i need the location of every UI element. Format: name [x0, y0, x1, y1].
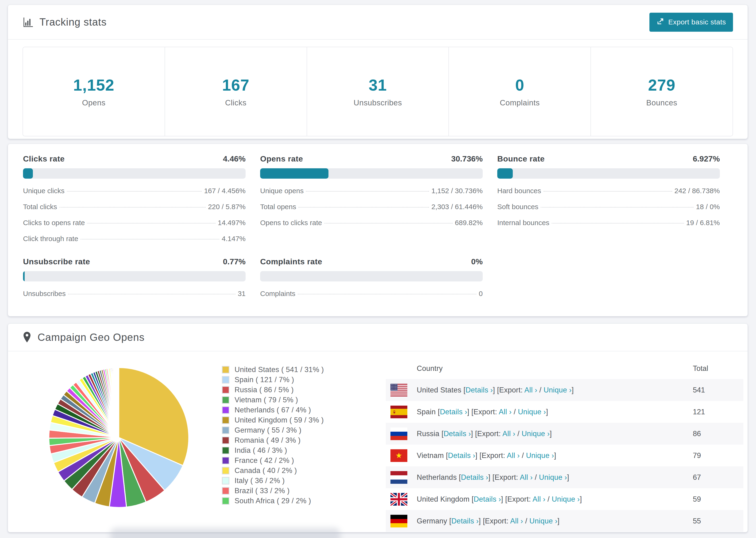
total-cell: 79 — [693, 452, 739, 460]
country-cell: United Kingdom [Details ›] [Export: All … — [417, 495, 693, 504]
rate-row: Unique opens1,152 / 30.736% — [260, 183, 483, 199]
export-unique-link-vietnam[interactable]: Unique › — [526, 452, 554, 459]
legend-item-germany: Germany ( 55 / 3% ) — [222, 425, 324, 435]
dotted-leader — [544, 191, 672, 191]
legend-label: Canada ( 40 / 2% ) — [235, 466, 297, 475]
legend-swatch — [222, 477, 229, 484]
legend-item-united-states: United States ( 541 / 31% ) — [222, 364, 324, 375]
legend-item-netherlands: Netherlands ( 67 / 4% ) — [222, 405, 324, 415]
details-link-vietnam[interactable]: Details › — [448, 452, 475, 459]
rate-rows: Unique clicks167 / 4.456%Total clicks220… — [23, 183, 245, 247]
rate-row-label: Total clicks — [23, 203, 57, 211]
details-link-russia[interactable]: Details › — [444, 430, 471, 438]
export-unique-link-russia[interactable]: Unique › — [522, 430, 550, 438]
legend-item-brazil: Brazil ( 33 / 2% ) — [222, 486, 324, 496]
export-unique-link-netherlands[interactable]: Unique › — [539, 473, 567, 481]
geo-title: Campaign Geo Opens — [37, 331, 145, 343]
rate-row-label: Unsubscribes — [23, 290, 66, 297]
export-all-link-netherlands[interactable]: All › — [520, 473, 533, 481]
rate-row-label: Complaints — [260, 290, 296, 297]
dotted-leader — [298, 207, 429, 207]
rate-row-value: 2,303 / 61.446% — [431, 203, 483, 211]
progress-track — [260, 168, 483, 179]
flag-nl-icon — [391, 471, 417, 484]
legend-label: Germany ( 55 / 3% ) — [235, 426, 301, 435]
total-cell: 67 — [693, 473, 739, 482]
rate-row-label: Total opens — [260, 203, 296, 211]
flag-es-icon — [391, 405, 417, 418]
rate-headline-value: 6.927% — [693, 154, 720, 163]
table-row-united-states: United States [Details ›] [Export: All ›… — [386, 379, 743, 401]
details-link-germany[interactable]: Details › — [451, 517, 478, 525]
stat-label: Unsubscribes — [353, 98, 402, 107]
geo-header-total: Total — [693, 364, 739, 373]
rate-title: Clicks rate — [23, 154, 65, 163]
flag-ru-icon — [391, 427, 417, 440]
bar-chart-icon — [23, 17, 33, 27]
legend-item-india: India ( 46 / 3% ) — [222, 445, 324, 456]
stat-label: Clicks — [225, 98, 246, 107]
export-icon — [657, 17, 665, 27]
export-unique-link-united-states[interactable]: Unique › — [544, 386, 572, 394]
legend-swatch — [222, 366, 229, 373]
stat-box-bounces: 279Bounces — [591, 47, 732, 136]
rate-head: Complaints rate0% — [260, 257, 483, 268]
legend-label: India ( 46 / 3% ) — [235, 446, 287, 455]
details-link-united-states[interactable]: Details › — [465, 386, 493, 394]
tracking-stats-card: Tracking stats Export basic stats 1,152O… — [8, 5, 748, 139]
progress-track — [497, 168, 720, 179]
rate-rows: Unsubscribes31 — [23, 286, 245, 301]
table-row-netherlands: Netherlands [Details ›] [Export: All › /… — [386, 466, 743, 488]
details-link-united-kingdom[interactable]: Details › — [474, 495, 501, 503]
progress-fill — [497, 168, 513, 179]
export-all-link-united-kingdom[interactable]: All › — [532, 495, 545, 503]
rate-row-value: 1,152 / 30.736% — [431, 187, 483, 195]
dotted-leader — [298, 294, 476, 295]
export-all-link-vietnam[interactable]: All › — [507, 452, 520, 459]
flag-de-icon — [391, 515, 417, 527]
export-all-link-spain[interactable]: All › — [499, 408, 512, 416]
legend-swatch — [222, 447, 229, 454]
legend-label: France ( 42 / 2% ) — [235, 456, 294, 465]
stat-value: 31 — [369, 76, 387, 94]
rate-row-label: Clicks to opens rate — [23, 219, 85, 227]
geo-header-country: Country — [417, 364, 693, 373]
rate-row: Hard bounces242 / 86.738% — [497, 183, 720, 199]
geo-opens-pie-chart[interactable] — [46, 365, 191, 510]
details-link-netherlands[interactable]: Details › — [461, 473, 488, 481]
geo-header: Campaign Geo Opens — [8, 324, 747, 351]
dotted-leader — [68, 294, 236, 295]
export-unique-link-spain[interactable]: Unique › — [518, 408, 546, 416]
rate-headline-value: 30.736% — [451, 154, 483, 163]
export-basic-stats-button[interactable]: Export basic stats — [649, 13, 733, 32]
rate-head: Unsubscribe rate0.77% — [23, 257, 245, 268]
rate-row-label: Hard bounces — [497, 187, 541, 195]
pie-slice-other[interactable] — [119, 368, 119, 438]
flag-us-icon — [391, 384, 417, 397]
legend-item-russia: Russia ( 86 / 5% ) — [222, 385, 324, 395]
total-cell: 59 — [693, 495, 739, 504]
legend-swatch — [222, 376, 229, 384]
total-cell: 55 — [693, 517, 739, 525]
legend-swatch — [222, 396, 229, 404]
rates-card: Clicks rate4.46%Unique clicks167 / 4.456… — [8, 144, 748, 316]
rate-head: Clicks rate4.46% — [23, 154, 245, 165]
export-unique-link-germany[interactable]: Unique › — [529, 517, 558, 525]
rate-row-label: Internal bounces — [497, 219, 549, 227]
legend-item-romania: Romania ( 49 / 3% ) — [222, 435, 324, 445]
export-all-link-germany[interactable]: All › — [510, 517, 523, 525]
export-unique-link-united-kingdom[interactable]: Unique › — [552, 495, 580, 503]
legend-swatch — [222, 487, 229, 495]
rate-row-value: 14.497% — [218, 219, 245, 227]
legend-label: Spain ( 121 / 7% ) — [235, 376, 294, 384]
legend-swatch — [222, 386, 229, 394]
dotted-leader — [552, 223, 684, 224]
campaign-geo-opens-card: Campaign Geo Opens United States ( 541 /… — [8, 323, 748, 532]
export-all-link-russia[interactable]: All › — [503, 430, 515, 438]
pie-legend: United States ( 541 / 31% )Spain ( 121 /… — [222, 364, 324, 506]
rate-headline-value: 0% — [471, 257, 483, 266]
details-link-spain[interactable]: Details › — [440, 408, 467, 416]
rate-row: Clicks to opens rate14.497% — [23, 215, 245, 231]
table-row-united-kingdom: United Kingdom [Details ›] [Export: All … — [386, 488, 743, 510]
export-all-link-united-states[interactable]: All › — [524, 386, 537, 394]
